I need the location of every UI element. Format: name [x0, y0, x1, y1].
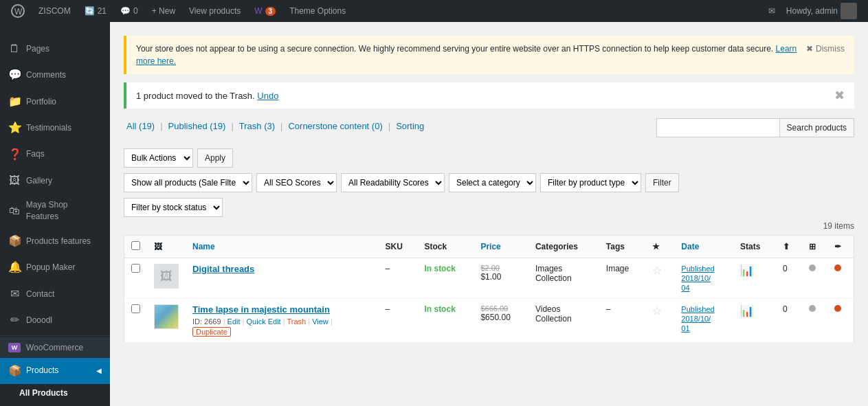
sidebar-item-popup-maker[interactable]: 🔔 Popup Maker: [0, 254, 110, 280]
published-date-link[interactable]: Published2018/10/04: [681, 264, 714, 292]
notice-trash: 1 product moved to the Trash. Undo ✖: [124, 82, 854, 109]
adminbar-theme-options[interactable]: Theme Options: [284, 0, 351, 22]
row-sku-cell: –: [379, 299, 418, 343]
row-stats-cell[interactable]: 📊: [733, 258, 776, 299]
row-count-cell: 0: [776, 299, 802, 343]
adminbar-site[interactable]: ZISCOM: [33, 0, 76, 22]
notice-undo-link[interactable]: Undo: [257, 91, 278, 101]
trash-link[interactable]: Trash: [287, 317, 306, 326]
products-features-icon: 📦: [8, 234, 21, 249]
select-all-checkbox[interactable]: [131, 241, 140, 250]
tab-trash[interactable]: Trash (3): [236, 121, 278, 131]
table-row: Time lapse in majestic mountain ID: 2669…: [124, 299, 854, 343]
row-name-cell: Time lapse in majestic mountain ID: 2669…: [186, 299, 379, 343]
popup-maker-icon: 🔔: [8, 260, 21, 275]
sidebar-item-woocommerce-label: WooCommerce: [26, 343, 83, 352]
category-select[interactable]: Select a category: [449, 173, 536, 192]
adminbar-howdy[interactable]: Howdy, admin: [781, 0, 863, 22]
row-tags-cell: Image: [599, 258, 645, 299]
adminbar-view-products-label: View products: [189, 6, 241, 16]
stats-bar-icon: 📊: [740, 305, 754, 317]
product-type-select[interactable]: Filter by product type: [540, 173, 641, 192]
filter-row-bulk: Bulk Actions Apply: [124, 148, 854, 168]
adminbar-wc[interactable]: W 3: [249, 0, 281, 22]
portfolio-icon: 📁: [8, 94, 21, 109]
sidebar-item-portfolio[interactable]: 📁 Portfolio: [0, 89, 110, 115]
duplicate-link[interactable]: Duplicate: [192, 327, 231, 337]
woo-icon: W: [8, 343, 21, 352]
pages-icon: 🗒: [8, 41, 21, 56]
product-name-link[interactable]: Digital threads: [192, 264, 254, 274]
sidebar-item-maya-shop-label: Maya Shop Features: [26, 199, 102, 223]
row-checkbox[interactable]: [131, 264, 140, 273]
published-date-link[interactable]: Published2018/10/01: [681, 305, 714, 332]
sidebar-item-products-features[interactable]: 📦 Products features: [0, 228, 110, 254]
sidebar-sub-all-products[interactable]: All Products: [0, 384, 110, 402]
row-featured-cell: ☆: [645, 299, 675, 343]
adminbar-comments[interactable]: 💬 0: [115, 0, 144, 22]
notice-https-dismiss[interactable]: ✖ Dismiss: [806, 43, 845, 55]
row-thumb-cell: [147, 299, 186, 343]
stock-status-select[interactable]: Filter by stock status: [124, 198, 223, 217]
sidebar-item-woocommerce[interactable]: W WooCommerce: [0, 337, 110, 358]
tab-all[interactable]: All (19): [124, 121, 157, 131]
sidebar-item-pages[interactable]: 🗒 Pages: [0, 36, 110, 62]
sidebar-item-testimonials[interactable]: ⭐ Testimonials: [0, 115, 110, 141]
sidebar-item-gallery-label: Gallery: [26, 175, 52, 187]
row-tags-cell: –: [599, 299, 645, 343]
dooodl-icon: ✏: [8, 313, 21, 328]
row-sku-cell: –: [379, 258, 418, 299]
adminbar-updates[interactable]: 🔄 21: [79, 0, 112, 22]
featured-star[interactable]: ☆: [652, 264, 662, 276]
sidebar-item-dooodl[interactable]: ✏ Dooodl: [0, 307, 110, 333]
apply-button[interactable]: Apply: [197, 148, 233, 168]
th-checkbox[interactable]: [124, 236, 148, 258]
tab-cornerstone[interactable]: Cornerstone content (0): [285, 121, 385, 131]
seo-scores-select[interactable]: All SEO Scores: [256, 173, 337, 192]
sale-filter-select[interactable]: Show all products (Sale Filte: [124, 173, 252, 192]
product-thumbnail: 🖼: [154, 264, 179, 289]
sidebar-item-faqs[interactable]: ❓ Faqs: [0, 142, 110, 168]
table-header-row: 🖼 Name SKU Stock Price Categories Tags ★…: [124, 236, 854, 258]
row-stats-cell[interactable]: 📊: [733, 299, 776, 343]
quick-edit-link[interactable]: Quick Edit: [247, 317, 281, 326]
product-name-link[interactable]: Time lapse in majestic mountain: [192, 304, 330, 315]
adminbar-wp-logo[interactable]: W: [5, 0, 30, 22]
th-date[interactable]: Date: [674, 236, 733, 258]
sidebar-item-gallery[interactable]: 🖼 Gallery: [0, 168, 110, 194]
search-products-button[interactable]: Search products: [780, 118, 854, 137]
tab-sorting[interactable]: Sorting: [393, 121, 427, 131]
dot-red-icon: [834, 305, 841, 312]
sidebar-item-products[interactable]: 📦 Products ◀: [0, 358, 110, 384]
row-checkbox-cell: [124, 258, 148, 299]
row-dot1-cell: [802, 299, 828, 343]
adminbar-new[interactable]: + New: [146, 0, 181, 22]
featured-star[interactable]: ☆: [652, 305, 662, 317]
comments-icon: 💬: [8, 67, 21, 82]
search-input[interactable]: [656, 118, 780, 137]
row-dot2-cell: [827, 258, 854, 299]
notice-trash-close[interactable]: ✖: [834, 88, 845, 103]
edit-link[interactable]: Edit: [227, 317, 241, 326]
sidebar-item-comments-label: Comments: [26, 69, 66, 81]
filter-button[interactable]: Filter: [645, 173, 679, 192]
adminbar-messages[interactable]: ✉: [763, 0, 781, 22]
table-row: 🖼 Digital threads – In stock $2.00 $1.00: [124, 258, 854, 299]
tab-published[interactable]: Published (19): [166, 121, 229, 131]
sidebar-item-maya-shop[interactable]: 🛍 Maya Shop Features: [0, 194, 110, 228]
sidebar-item-contact[interactable]: ✉ Contact: [0, 281, 110, 307]
view-link[interactable]: View: [312, 317, 329, 326]
sidebar-item-comments[interactable]: 💬 Comments: [0, 62, 110, 88]
notice-https-text: Your store does not appear to be using a…: [136, 43, 806, 67]
adminbar-theme-options-label: Theme Options: [289, 6, 346, 16]
th-name[interactable]: Name: [186, 236, 379, 258]
row-count-cell: 0: [776, 258, 802, 299]
contact-icon: ✉: [8, 286, 21, 302]
bulk-actions-select[interactable]: Bulk Actions: [124, 148, 193, 168]
admin-bar: W ZISCOM 🔄 21 💬 0 + New View products W …: [0, 0, 868, 22]
row-checkbox[interactable]: [131, 304, 140, 313]
adminbar-view-products[interactable]: View products: [183, 0, 246, 22]
readability-select[interactable]: All Readability Scores: [341, 173, 445, 192]
sidebar-sub-add-new[interactable]: Add New: [0, 402, 110, 406]
th-price[interactable]: Price: [474, 236, 528, 258]
